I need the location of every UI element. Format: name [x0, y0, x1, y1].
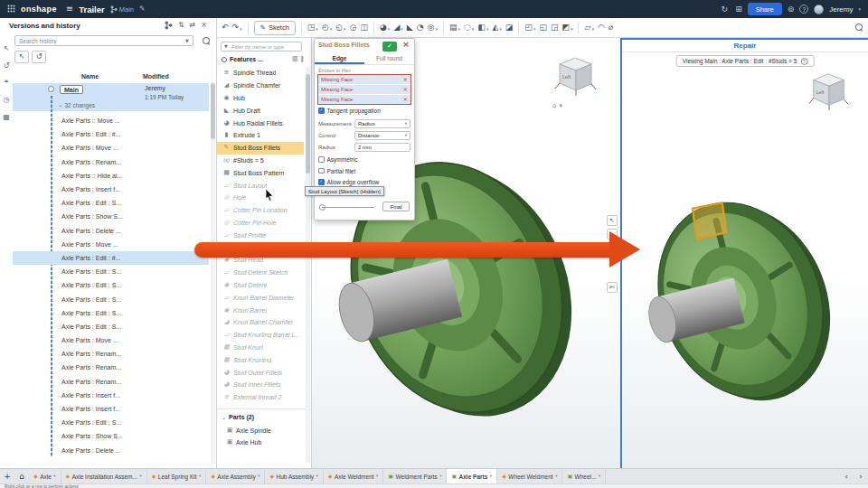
list-columns-icon[interactable]: ▥ [292, 56, 298, 62]
asymmetric-checkbox[interactable]: Asymmetric [318, 156, 357, 163]
document-tab[interactable]: ◆Leaf Spring Kit▾ [147, 469, 207, 483]
feature-row[interactable]: ≡External thread 2 [217, 391, 304, 404]
document-tab[interactable]: ◆Axle Assembly▾ [206, 469, 265, 483]
version-row[interactable]: Axle Parts : Edit : S... [13, 278, 209, 292]
version-row[interactable]: Axle Parts :: Move ... [13, 114, 209, 127]
comments-icon[interactable]: ❝ [5, 80, 8, 87]
feature-row[interactable]: ◢Knurl Barrel Chamfer [217, 316, 304, 329]
dropdown-caret-icon[interactable]: ▾ [435, 27, 438, 32]
document-tab[interactable]: ◆Axle▾ [29, 469, 61, 483]
compare-icon[interactable]: ⇅ [178, 22, 184, 29]
hole-icon[interactable]: ◎▾ [428, 23, 438, 32]
revolve-icon[interactable]: ◴▾ [322, 23, 332, 32]
dropdown-caret-icon[interactable]: ▾ [344, 27, 346, 32]
feature-row[interactable]: ▱Stud Profile [217, 229, 304, 241]
feature-row[interactable]: ▦Stud Knurling [217, 353, 304, 366]
modify-fillet-icon[interactable]: ◲ [551, 23, 559, 32]
missing-face-entry[interactable]: Missing Face× [318, 85, 410, 94]
version-row[interactable]: Axle Parts :: Hide al... [13, 169, 209, 183]
scroll-tabs-right-icon[interactable]: › [854, 469, 868, 483]
chamfer-icon[interactable]: ◢▾ [393, 23, 402, 32]
tab-full-round[interactable]: Full round [364, 53, 414, 64]
measure-icon[interactable]: ⌀ [609, 23, 613, 32]
version-row[interactable]: Axle Parts : Renam... [13, 361, 209, 374]
highlighted-face[interactable] [693, 202, 726, 239]
feature-row[interactable]: ▱Stud Detent Sketch [217, 267, 304, 279]
helix-icon[interactable]: ◠ [598, 23, 605, 32]
version-row[interactable]: Axle Parts : Show S... [13, 429, 209, 443]
dropdown-caret-icon[interactable]: ▾ [458, 27, 460, 32]
part-row[interactable]: ▣Axle Hub [217, 436, 304, 448]
feature-row[interactable]: ▱Stud Layout [217, 179, 304, 192]
document-tab[interactable]: ◆Axle Weldment▾ [324, 469, 383, 483]
versions-icon[interactable]: ◷ [4, 97, 10, 104]
thicken-icon[interactable]: ◫ [360, 23, 368, 32]
extrude-icon[interactable]: ◳▾ [307, 23, 318, 32]
document-tab[interactable]: ◆Wheel Weldment▾ [497, 469, 562, 483]
menu-icon[interactable]: ≡ [66, 5, 73, 14]
missing-face-entry[interactable]: Missing Face× [318, 95, 410, 104]
dropdown-caret-icon[interactable]: ▾ [330, 27, 333, 32]
section-view-icon[interactable]: ✄ [607, 282, 618, 293]
dropdown-caret-icon[interactable]: ▾ [401, 27, 403, 32]
scrollbar-thumb[interactable] [306, 74, 310, 174]
feature-row[interactable]: ◎Hole [217, 192, 304, 204]
version-row[interactable]: Axle Parts : Renam... [13, 347, 209, 361]
filter-icon[interactable]: ▼ [185, 39, 189, 43]
help-icon[interactable]: ? [799, 5, 808, 14]
insert-tab-icon[interactable]: + [0, 469, 14, 483]
feature-row[interactable]: (x)#Studs = 5 [217, 155, 304, 167]
scrollbar-thumb[interactable] [211, 83, 215, 139]
version-row[interactable]: Axle Parts : Insert f... [13, 402, 209, 416]
rename-icon[interactable]: ✎ [139, 5, 146, 13]
history-icon[interactable]: ↺ [4, 62, 10, 70]
changes-toggle[interactable]: ⌄ 32 changes [58, 102, 95, 108]
feature-row[interactable]: ▱Knurl Barrel Diameter [217, 291, 304, 304]
feature-row[interactable]: ◣Hub Draft [217, 104, 304, 117]
part-row[interactable]: ▣Axle Spindle [217, 425, 304, 436]
move-face-icon[interactable]: ◩▾ [561, 23, 572, 32]
version-row[interactable]: Axle Parts : Insert f... [13, 183, 209, 196]
dropdown-caret-icon[interactable]: ▾ [533, 27, 536, 32]
feature-row[interactable]: ≡Spindle Thread [217, 67, 304, 80]
feature-row[interactable]: ◎Cotter Pin Hole [217, 217, 304, 230]
document-tab[interactable]: ◆Hub Assembly▾ [265, 469, 323, 483]
tables-icon[interactable]: ▦ [3, 114, 10, 121]
home-icon[interactable]: ⌂ [14, 469, 29, 483]
version-row[interactable]: Axle Parts : Show S... [13, 210, 209, 223]
dropdown-caret-icon[interactable]: ▾ [472, 27, 475, 32]
transform-icon[interactable]: ◰▾ [524, 23, 535, 32]
dropdown-caret-icon[interactable]: ▾ [316, 27, 318, 32]
tangent-propagation-checkbox[interactable]: ✓ Tangent propagation [318, 108, 381, 114]
features-scrollbar[interactable] [306, 67, 310, 463]
version-row[interactable]: Axle Parts : Edit : S... [13, 265, 209, 278]
confirm-button[interactable]: ✓ [382, 42, 397, 52]
select-icon[interactable]: ↖ [4, 45, 10, 52]
avatar[interactable] [814, 5, 824, 14]
preview-slider[interactable] [322, 207, 374, 208]
circular-pattern-icon[interactable]: ◌▾ [464, 23, 474, 32]
document-tab[interactable]: ▣Wheel...▾ [562, 469, 606, 483]
view-menu-caret-icon[interactable]: ▾ [559, 103, 562, 109]
document-tab[interactable]: ▣Axle Parts▾ [447, 469, 497, 483]
restore-version-button[interactable]: ↺ [32, 51, 46, 63]
version-row[interactable]: Axle Parts : Move ... [13, 238, 209, 251]
feature-row[interactable]: ▮Extrude 1 [217, 129, 304, 142]
mirror-icon[interactable]: ◧▾ [477, 23, 488, 32]
redo-icon[interactable]: ↷▾ [232, 23, 242, 32]
info-icon[interactable]: ? [800, 58, 807, 65]
version-row[interactable]: Axle Parts : Edit : S... [13, 196, 209, 210]
expand-panel-icon[interactable]: ↖ [607, 215, 618, 226]
version-row[interactable]: Axle Parts : Edit : S... [13, 306, 209, 320]
scroll-tabs-left-icon[interactable]: ‹ [839, 469, 854, 483]
create-branch-icon[interactable] [165, 21, 173, 30]
remove-entity-icon[interactable]: × [403, 87, 410, 93]
view-cube[interactable] [554, 54, 598, 98]
feature-row[interactable]: ◕Stud Inner Fillets [217, 379, 304, 391]
search-tools-icon[interactable] [855, 23, 863, 32]
apps-icon[interactable]: ⊞ [735, 5, 742, 14]
share-button[interactable]: Share [748, 3, 782, 15]
dropdown-caret-icon[interactable]: ▾ [240, 27, 242, 32]
missing-face-entry[interactable]: Missing Face× [318, 75, 410, 84]
feature-row[interactable]: ◢Spindle Chamfer [217, 80, 304, 92]
